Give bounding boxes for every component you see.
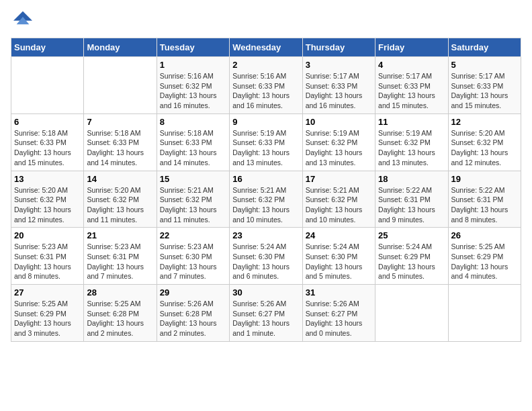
day-number: 5	[451, 60, 518, 70]
day-detail: Sunrise: 5:24 AMSunset: 6:30 PMDaylight:…	[306, 242, 372, 281]
day-detail: Sunrise: 5:26 AMSunset: 6:28 PMDaylight:…	[160, 299, 226, 338]
day-detail: Sunrise: 5:17 AMSunset: 6:33 PMDaylight:…	[306, 71, 372, 111]
day-number: 3	[306, 60, 372, 70]
day-detail: Sunrise: 5:20 AMSunset: 6:32 PMDaylight:…	[87, 185, 153, 225]
day-number: 30	[232, 287, 299, 298]
day-detail: Sunrise: 5:17 AMSunset: 6:33 PMDaylight:…	[451, 71, 518, 111]
day-number: 14	[87, 174, 153, 184]
calendar-cell: 31Sunrise: 5:26 AMSunset: 6:27 PMDayligh…	[302, 285, 375, 342]
day-number: 1	[160, 60, 226, 70]
calendar-cell: 3Sunrise: 5:17 AMSunset: 6:33 PMDaylight…	[302, 57, 375, 114]
calendar-cell: 6Sunrise: 5:18 AMSunset: 6:33 PMDaylight…	[11, 113, 84, 171]
day-number: 15	[160, 174, 226, 184]
day-detail: Sunrise: 5:21 AMSunset: 6:32 PMDaylight:…	[160, 185, 226, 225]
calendar-cell	[11, 57, 84, 114]
calendar-cell	[448, 285, 521, 342]
calendar-cell: 14Sunrise: 5:20 AMSunset: 6:32 PMDayligh…	[84, 171, 157, 228]
calendar-cell: 12Sunrise: 5:20 AMSunset: 6:32 PMDayligh…	[448, 113, 521, 171]
day-number: 10	[306, 117, 372, 127]
day-detail: Sunrise: 5:25 AMSunset: 6:29 PMDaylight:…	[14, 299, 81, 338]
calendar-cell	[84, 57, 157, 114]
calendar-cell: 15Sunrise: 5:21 AMSunset: 6:32 PMDayligh…	[157, 171, 229, 228]
weekday-header-sunday: Sunday	[11, 38, 84, 57]
day-detail: Sunrise: 5:22 AMSunset: 6:31 PMDaylight:…	[378, 185, 445, 225]
calendar-cell: 28Sunrise: 5:25 AMSunset: 6:28 PMDayligh…	[84, 285, 157, 342]
day-number: 29	[160, 287, 226, 298]
day-detail: Sunrise: 5:22 AMSunset: 6:31 PMDaylight:…	[451, 185, 518, 225]
day-detail: Sunrise: 5:19 AMSunset: 6:32 PMDaylight:…	[306, 128, 372, 168]
day-detail: Sunrise: 5:25 AMSunset: 6:29 PMDaylight:…	[451, 242, 518, 281]
calendar-cell: 24Sunrise: 5:24 AMSunset: 6:30 PMDayligh…	[302, 228, 375, 285]
day-detail: Sunrise: 5:24 AMSunset: 6:30 PMDaylight:…	[232, 242, 299, 281]
logo-icon	[13, 8, 32, 27]
calendar-cell: 29Sunrise: 5:26 AMSunset: 6:28 PMDayligh…	[157, 285, 229, 342]
weekday-header-monday: Monday	[84, 38, 157, 57]
day-detail: Sunrise: 5:16 AMSunset: 6:33 PMDaylight:…	[232, 71, 299, 111]
calendar-cell	[375, 285, 448, 342]
day-detail: Sunrise: 5:19 AMSunset: 6:33 PMDaylight:…	[232, 128, 299, 168]
day-number: 11	[378, 117, 445, 127]
calendar-header: SundayMondayTuesdayWednesdayThursdayFrid…	[11, 38, 521, 57]
day-number: 7	[87, 117, 153, 127]
day-detail: Sunrise: 5:23 AMSunset: 6:31 PMDaylight:…	[87, 242, 153, 281]
calendar-cell: 18Sunrise: 5:22 AMSunset: 6:31 PMDayligh…	[375, 171, 448, 228]
weekday-header-tuesday: Tuesday	[157, 38, 229, 57]
day-number: 20	[14, 230, 81, 240]
day-detail: Sunrise: 5:18 AMSunset: 6:33 PMDaylight:…	[87, 128, 153, 168]
calendar-cell: 19Sunrise: 5:22 AMSunset: 6:31 PMDayligh…	[448, 171, 521, 228]
day-number: 25	[378, 230, 445, 240]
day-number: 27	[14, 287, 81, 298]
day-detail: Sunrise: 5:26 AMSunset: 6:27 PMDaylight:…	[306, 299, 372, 338]
day-number: 18	[378, 174, 445, 184]
calendar-cell: 30Sunrise: 5:26 AMSunset: 6:27 PMDayligh…	[230, 285, 302, 342]
logo	[11, 11, 32, 30]
calendar-cell: 5Sunrise: 5:17 AMSunset: 6:33 PMDaylight…	[448, 57, 521, 114]
day-number: 4	[378, 60, 445, 70]
day-detail: Sunrise: 5:25 AMSunset: 6:28 PMDaylight:…	[87, 299, 153, 338]
day-number: 21	[87, 230, 153, 240]
calendar-cell: 7Sunrise: 5:18 AMSunset: 6:33 PMDaylight…	[84, 113, 157, 171]
day-detail: Sunrise: 5:19 AMSunset: 6:32 PMDaylight:…	[378, 128, 445, 168]
day-number: 22	[160, 230, 226, 240]
day-number: 8	[160, 117, 226, 127]
day-detail: Sunrise: 5:16 AMSunset: 6:32 PMDaylight:…	[160, 71, 226, 111]
day-detail: Sunrise: 5:18 AMSunset: 6:33 PMDaylight:…	[160, 128, 226, 168]
calendar-cell: 21Sunrise: 5:23 AMSunset: 6:31 PMDayligh…	[84, 228, 157, 285]
calendar-cell: 4Sunrise: 5:17 AMSunset: 6:33 PMDaylight…	[375, 57, 448, 114]
day-number: 6	[14, 117, 81, 127]
day-detail: Sunrise: 5:23 AMSunset: 6:30 PMDaylight:…	[160, 242, 226, 281]
day-detail: Sunrise: 5:21 AMSunset: 6:32 PMDaylight:…	[232, 185, 299, 225]
calendar-cell: 9Sunrise: 5:19 AMSunset: 6:33 PMDaylight…	[230, 113, 302, 171]
calendar-cell: 2Sunrise: 5:16 AMSunset: 6:33 PMDaylight…	[230, 57, 302, 114]
calendar-cell: 23Sunrise: 5:24 AMSunset: 6:30 PMDayligh…	[230, 228, 302, 285]
calendar-cell: 11Sunrise: 5:19 AMSunset: 6:32 PMDayligh…	[375, 113, 448, 171]
calendar-cell: 1Sunrise: 5:16 AMSunset: 6:32 PMDaylight…	[157, 57, 229, 114]
calendar-cell: 25Sunrise: 5:24 AMSunset: 6:29 PMDayligh…	[375, 228, 448, 285]
calendar-cell: 20Sunrise: 5:23 AMSunset: 6:31 PMDayligh…	[11, 228, 84, 285]
calendar-cell: 8Sunrise: 5:18 AMSunset: 6:33 PMDaylight…	[157, 113, 229, 171]
calendar-cell: 22Sunrise: 5:23 AMSunset: 6:30 PMDayligh…	[157, 228, 229, 285]
day-detail: Sunrise: 5:21 AMSunset: 6:32 PMDaylight:…	[306, 185, 372, 225]
day-number: 13	[14, 174, 81, 184]
weekday-header-wednesday: Wednesday	[230, 38, 302, 57]
day-detail: Sunrise: 5:26 AMSunset: 6:27 PMDaylight:…	[232, 299, 299, 338]
calendar-cell: 16Sunrise: 5:21 AMSunset: 6:32 PMDayligh…	[230, 171, 302, 228]
weekday-header-saturday: Saturday	[448, 38, 521, 57]
day-number: 17	[306, 174, 372, 184]
day-number: 23	[232, 230, 299, 240]
day-number: 12	[451, 117, 518, 127]
calendar-cell: 13Sunrise: 5:20 AMSunset: 6:32 PMDayligh…	[11, 171, 84, 228]
day-detail: Sunrise: 5:17 AMSunset: 6:33 PMDaylight:…	[378, 71, 445, 111]
calendar-cell: 26Sunrise: 5:25 AMSunset: 6:29 PMDayligh…	[448, 228, 521, 285]
weekday-header-thursday: Thursday	[302, 38, 375, 57]
day-number: 26	[451, 230, 518, 240]
day-number: 24	[306, 230, 372, 240]
weekday-header-friday: Friday	[375, 38, 448, 57]
day-detail: Sunrise: 5:18 AMSunset: 6:33 PMDaylight:…	[14, 128, 81, 168]
page-header	[11, 11, 521, 30]
calendar-table: SundayMondayTuesdayWednesdayThursdayFrid…	[11, 38, 521, 342]
day-detail: Sunrise: 5:24 AMSunset: 6:29 PMDaylight:…	[378, 242, 445, 281]
day-number: 31	[306, 287, 372, 298]
day-detail: Sunrise: 5:20 AMSunset: 6:32 PMDaylight:…	[14, 185, 81, 225]
calendar-cell: 17Sunrise: 5:21 AMSunset: 6:32 PMDayligh…	[302, 171, 375, 228]
